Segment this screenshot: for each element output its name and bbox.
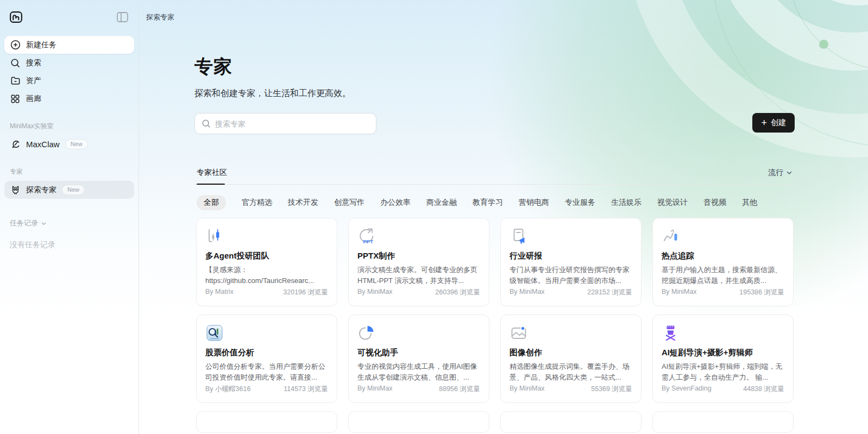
- expert-card-partial[interactable]: [196, 411, 337, 433]
- expert-card-views: 55369 浏览量: [591, 385, 632, 394]
- expert-card-author: By MiniMax: [510, 385, 545, 394]
- expert-card-author: By MiniMax: [510, 288, 545, 297]
- category-writing[interactable]: 创意写作: [334, 198, 364, 207]
- expert-card-author: By MiniMax: [662, 288, 697, 297]
- chevron-down-icon: [41, 221, 47, 227]
- expert-card-desc: 精选图像生成提示词集。覆盖手办、场景、产品、风格化四大类，一站式...: [510, 361, 632, 382]
- folder-icon: [10, 76, 21, 86]
- main-panel: 探索专家 专家 探索和创建专家，让生活和工作更高效。 + 创建 专家社区 流行: [139, 0, 868, 434]
- sidebar-item-maxclaw[interactable]: MaxClaw New: [4, 135, 134, 153]
- category-finance[interactable]: 商业金融: [426, 198, 457, 207]
- sidebar-item-label: MaxClaw: [26, 140, 60, 149]
- expert-search-input[interactable]: [215, 119, 369, 128]
- category-professional[interactable]: 专业服务: [565, 198, 595, 207]
- category-education[interactable]: 教育学习: [473, 198, 503, 207]
- sidebar-item-explore-experts[interactable]: 探索专家 New: [4, 181, 134, 199]
- expert-card-author: By MiniMax: [357, 385, 393, 394]
- category-other[interactable]: 其他: [742, 198, 757, 207]
- sidebar-item-label: 搜索: [26, 58, 41, 68]
- expert-card[interactable]: 图像创作 精选图像生成提示词集。覆盖手办、场景、产品、风格化四大类，一站式...…: [500, 315, 641, 403]
- expert-card-desc: 基于用户输入的主题，搜索最新信源、挖掘近期爆点话题，并生成高质...: [662, 265, 784, 286]
- expert-card-views: 228152 浏览量: [587, 288, 632, 297]
- plus-icon: +: [761, 118, 767, 128]
- sidebar-item-gallery[interactable]: 画廊: [4, 90, 134, 108]
- sidebar-item-label: 资产: [26, 76, 41, 86]
- tab-expert-community[interactable]: 专家社区: [197, 168, 227, 184]
- sidebar-item-assets[interactable]: 资产: [4, 72, 134, 90]
- expert-search-box[interactable]: [194, 113, 376, 134]
- expert-card-desc: 专门从事专业行业研究报告撰写的专家级智能体。当用户需要全面的市场...: [510, 265, 632, 286]
- expert-card-views: 114573 浏览量: [284, 385, 328, 394]
- expert-card-partial[interactable]: [652, 411, 794, 433]
- sidebar: 新建任务 搜索 资产 画廊 MiniMax实验室 MaxClaw: [0, 0, 139, 434]
- expert-card-desc: 公司价值分析专家。当用户需要分析公司投资价值时使用此专家。请直接...: [205, 361, 328, 382]
- expert-card-views: 320196 浏览量: [283, 288, 328, 297]
- candlestick-chart-icon: [205, 227, 328, 246]
- expert-card-author: By Matrix: [205, 288, 234, 297]
- expert-card-views: 88956 浏览量: [439, 385, 480, 394]
- owl-icon: [10, 185, 21, 196]
- expert-card-author: By MiniMax: [357, 288, 393, 297]
- expert-card-partial[interactable]: [348, 411, 489, 433]
- expert-card-partial[interactable]: [500, 411, 641, 433]
- expert-card-title: 行业研报: [510, 251, 632, 261]
- expert-card[interactable]: 行业研报 专门从事专业行业研究报告撰写的专家级智能体。当用户需要全面的市场...…: [500, 218, 641, 306]
- svg-text:PPT: PPT: [363, 238, 374, 244]
- category-filter-row: 全部 官方精选 技术开发 创意写作 办公效率 商业金融 教育学习 营销电商 专业…: [194, 195, 795, 210]
- collapse-sidebar-icon[interactable]: [117, 11, 129, 22]
- report-megaphone-icon: [510, 227, 632, 246]
- minimax-logo-icon: [9, 10, 24, 24]
- expert-card-author: By SevenFading: [662, 385, 712, 394]
- sidebar-item-search[interactable]: 搜索: [4, 54, 134, 72]
- pie-chart-icon: [357, 324, 480, 342]
- category-av[interactable]: 音视频: [703, 198, 726, 207]
- expert-card-views: 195386 浏览量: [739, 288, 784, 297]
- expert-card-title: 多Agent投研团队: [205, 251, 328, 261]
- trend-line-icon: [662, 227, 784, 246]
- expert-card-title: 可视化助手: [357, 348, 480, 358]
- category-lifestyle[interactable]: 生活娱乐: [611, 198, 641, 207]
- expert-card-desc: 演示文稿生成专家。可创建专业的多页 HTML-PPT 演示文稿，并支持导...: [357, 265, 480, 286]
- page-breadcrumb: 探索专家: [146, 12, 174, 22]
- category-all[interactable]: 全部: [197, 195, 226, 210]
- expert-card[interactable]: 股票价值分析 公司价值分析专家。当用户需要分析公司投资价值时使用此专家。请直接.…: [196, 315, 337, 403]
- expert-card[interactable]: 热点追踪 基于用户输入的主题，搜索最新信源、挖掘近期爆点话题，并生成高质... …: [652, 218, 794, 306]
- image-picture-icon: [510, 324, 632, 342]
- ppt-chart-icon: PPT: [357, 227, 480, 246]
- expert-card-author: By 小螺帽3616: [205, 385, 250, 394]
- category-visual[interactable]: 视觉设计: [657, 198, 688, 207]
- search-icon: [10, 58, 21, 68]
- expert-card-desc: AI短剧导演+摄影+剪辑师，端到端，无需人工参与，全自动生产力。 输...: [662, 361, 784, 382]
- new-badge: New: [65, 139, 88, 149]
- category-office[interactable]: 办公效率: [380, 198, 411, 207]
- expert-card-title: 热点追踪: [662, 251, 784, 261]
- expert-card-title: AI短剧导演+摄影+剪辑师: [662, 348, 784, 358]
- claw-icon: [10, 139, 21, 150]
- stock-magnifier-logo-icon: [205, 324, 328, 342]
- task-history-toggle[interactable]: 任务记录: [0, 218, 139, 228]
- expert-card[interactable]: 多Agent投研团队 【灵感来源：https://github.com/Taur…: [196, 218, 337, 306]
- expert-card-desc: 【灵感来源：https://github.com/TauricResearc..…: [205, 265, 328, 286]
- sidebar-item-label: 画廊: [26, 94, 41, 104]
- page-subtitle: 探索和创建专家，让生活和工作更高效。: [194, 88, 795, 99]
- category-official[interactable]: 官方精选: [242, 198, 272, 207]
- expert-card-title: PPTX制作: [357, 251, 480, 261]
- category-marketing[interactable]: 营销电商: [519, 198, 549, 207]
- sidebar-item-new-task[interactable]: 新建任务: [4, 36, 134, 54]
- expert-card[interactable]: 可视化助手 专业的视觉内容生成工具，使用AI图像生成从零创建演示文稿、信息图、.…: [348, 315, 489, 403]
- expert-card-title: 图像创作: [510, 348, 632, 358]
- expert-card-desc: 专业的视觉内容生成工具，使用AI图像生成从零创建演示文稿、信息图、...: [357, 361, 480, 382]
- plus-circle-icon: [10, 40, 21, 51]
- category-tech[interactable]: 技术开发: [288, 198, 318, 207]
- sort-dropdown[interactable]: 流行: [768, 168, 792, 184]
- create-expert-button[interactable]: + 创建: [752, 113, 795, 133]
- section-label-experts: 专家: [0, 167, 139, 177]
- no-task-history-text: 没有任务记录: [0, 240, 139, 250]
- page-title: 专家: [194, 54, 795, 79]
- expert-card-grid: 多Agent投研团队 【灵感来源：https://github.com/Taur…: [194, 218, 795, 433]
- expert-card[interactable]: AI短剧导演+摄影+剪辑师 AI短剧导演+摄影+剪辑师，端到端，无需人工参与，全…: [652, 315, 794, 403]
- expert-card-views: 260396 浏览量: [435, 288, 480, 297]
- expert-card-title: 股票价值分析: [205, 348, 328, 358]
- expert-card[interactable]: PPT PPTX制作 演示文稿生成专家。可创建专业的多页 HTML-PPT 演示…: [348, 218, 489, 306]
- new-badge: New: [62, 185, 85, 195]
